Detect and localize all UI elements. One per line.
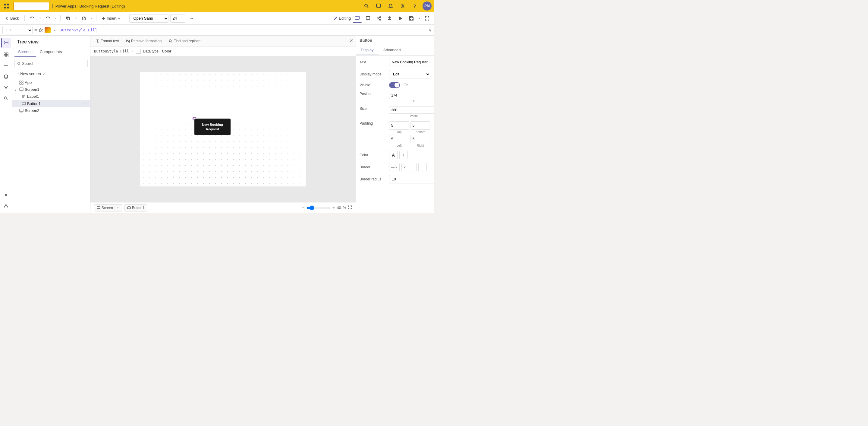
formula-panel-close[interactable]: ✕ (349, 38, 353, 44)
screen-tab[interactable]: Screen1 (94, 204, 122, 211)
redo-button[interactable] (43, 15, 53, 22)
svg-rect-28 (6, 53, 8, 55)
font-select[interactable]: Open Sans (129, 14, 168, 23)
waffle-icon[interactable] (2, 2, 11, 10)
paste-button[interactable] (79, 15, 88, 22)
comment-icon[interactable] (374, 2, 383, 10)
fullscreen-canvas-button[interactable] (348, 205, 352, 210)
sidebar-icon-settings[interactable] (1, 190, 11, 200)
format-text-button[interactable]: Format text (93, 38, 122, 44)
padding-top-input[interactable] (389, 121, 409, 130)
share-button[interactable] (385, 14, 394, 23)
fullscreen-button[interactable] (423, 14, 432, 23)
svg-rect-23 (410, 19, 412, 20)
tree-label-label1: Label1 (27, 94, 39, 98)
tab-advanced[interactable]: Advanced (378, 45, 406, 55)
save-button[interactable] (407, 14, 416, 23)
canvas-button-line2: Request (206, 127, 219, 131)
undo-chevron[interactable] (38, 16, 41, 21)
sidebar-icon-people[interactable] (1, 201, 11, 210)
padding-top-label: Top (389, 130, 409, 134)
copy-button[interactable] (64, 15, 73, 22)
border-width-input[interactable] (401, 163, 416, 171)
tree-item-button1[interactable]: Button1 ··· (12, 100, 90, 107)
remove-formatting-button[interactable]: Remove formatting (123, 38, 164, 44)
sidebar-icon-data[interactable] (1, 72, 11, 82)
formula-bar: Fill = fx ∨ (0, 25, 434, 36)
prop-row-border: Border — (360, 163, 430, 171)
zoom-out-button[interactable]: − (302, 205, 304, 210)
padding-right-input[interactable] (410, 135, 431, 143)
connect-button[interactable] (374, 14, 383, 23)
tree-item-label1[interactable]: Label1 (12, 93, 90, 100)
text-prop-input[interactable] (389, 58, 434, 66)
color-a-box[interactable]: A (389, 151, 398, 159)
border-color-swatch[interactable] (418, 163, 427, 171)
preview-button[interactable] (396, 14, 405, 23)
paste-chevron[interactable] (90, 16, 93, 21)
color-row: A ↕ (389, 151, 408, 159)
tree-search-input[interactable] (22, 61, 85, 66)
screen-view-button[interactable] (352, 14, 362, 23)
avatar[interactable]: PM (423, 1, 432, 10)
copy-chevron[interactable] (74, 16, 78, 21)
border-row: — (389, 163, 427, 171)
pos-x-input[interactable] (389, 92, 434, 99)
sidebar-icon-add[interactable] (1, 61, 11, 70)
save-chevron[interactable] (418, 16, 421, 21)
padding-bottom-input[interactable] (410, 121, 431, 130)
svg-rect-55 (127, 207, 130, 209)
formula-chevron[interactable]: ∨ (429, 28, 432, 33)
svg-rect-12 (83, 17, 85, 18)
comments-button[interactable] (364, 14, 373, 23)
remove-formatting-icon (126, 39, 130, 43)
help-icon[interactable]: ? (410, 2, 419, 10)
font-size-input[interactable] (170, 14, 185, 23)
zoom-slider[interactable] (307, 205, 331, 210)
border-line-select[interactable]: — (389, 163, 400, 171)
tab-display[interactable]: Display (356, 45, 378, 55)
border-radius-input[interactable] (389, 175, 434, 183)
sidebar-icon-components[interactable] (1, 50, 11, 60)
sidebar-icon-layers[interactable] (1, 38, 11, 48)
svg-rect-47 (20, 109, 23, 112)
redo-chevron[interactable] (54, 16, 57, 21)
tree-label-screen2: Screen2 (25, 108, 39, 113)
size-w-input[interactable] (389, 107, 434, 114)
visible-toggle[interactable] (389, 82, 400, 88)
tree-item-screen2[interactable]: › Screen2 (12, 107, 90, 114)
button-tab[interactable]: Button1 (124, 204, 147, 211)
fx-icon: fx (39, 28, 42, 33)
formula-color-swatch[interactable] (136, 49, 141, 54)
sidebar-icon-variables[interactable] (1, 83, 11, 92)
tree-label-button1: Button1 (27, 102, 41, 106)
button1-more[interactable]: ··· (84, 101, 88, 106)
svg-rect-10 (67, 18, 70, 20)
tab-components[interactable]: Components (36, 47, 66, 57)
canvas-button[interactable]: New Booking Request (194, 119, 230, 135)
formula-input[interactable] (59, 27, 427, 33)
size-inputs: Width Height (389, 107, 434, 118)
color-arrow-box[interactable]: ↕ (399, 151, 408, 159)
svg-rect-46 (22, 102, 26, 105)
undo-button[interactable] (28, 15, 37, 22)
bell-icon[interactable] (386, 2, 395, 10)
padding-left-input[interactable] (389, 135, 409, 143)
settings-icon[interactable] (398, 2, 407, 10)
tab-screens[interactable]: Screens (14, 47, 36, 57)
property-select[interactable]: Fill (2, 26, 33, 34)
tree-item-app[interactable]: › App (12, 79, 90, 86)
insert-button[interactable]: Insert (99, 15, 123, 22)
zoom-in-button[interactable]: + (333, 205, 335, 210)
zoom-value: 40 (337, 206, 341, 210)
more-button[interactable]: ··· (187, 15, 195, 22)
formula-logo-chevron[interactable] (53, 28, 57, 32)
find-replace-button[interactable]: Find and replace (166, 38, 204, 44)
search-icon[interactable] (362, 2, 371, 10)
new-screen-button[interactable]: + New screen (12, 70, 90, 78)
svg-point-34 (4, 97, 7, 99)
displaymode-select[interactable]: Edit (389, 70, 430, 79)
sidebar-icon-search[interactable] (1, 93, 11, 103)
back-button[interactable]: Back (2, 15, 22, 22)
tree-item-screen1[interactable]: ∨ Screen1 (12, 86, 90, 93)
